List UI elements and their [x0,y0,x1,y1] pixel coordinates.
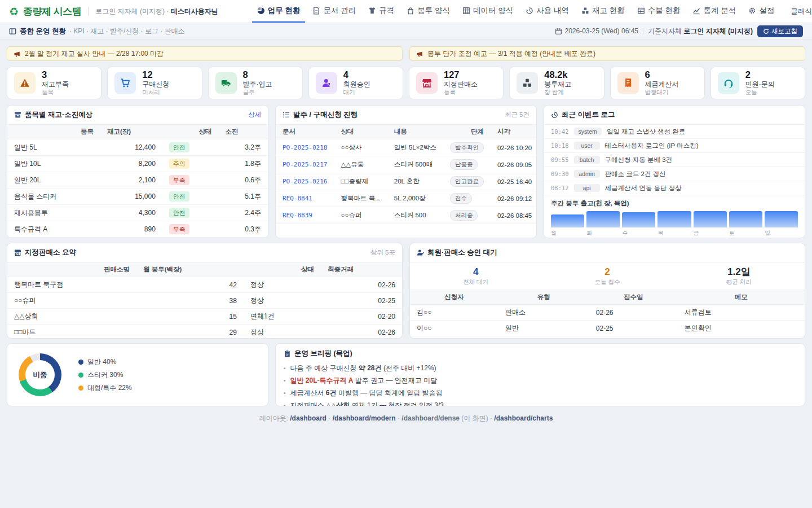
login-jurisdiction: 로그인 지자체 (미지정) · [95,7,169,15]
text-segment: 지정판매소 [290,401,326,407]
kpi-icon-box [517,72,538,94]
bullet: • [284,365,286,371]
text-segment: · [396,414,402,422]
nav-item[interactable]: 규격 [363,0,399,23]
nav-item[interactable]: 설정 [743,0,779,23]
cell-type: 일반 [498,321,589,336]
document-link[interactable]: REQ-8841 [283,195,312,202]
nav-item-label: 업무 현황 [268,6,301,16]
stock-detail-link[interactable]: 상세 [248,111,261,119]
status-badge: 안전 [169,208,189,218]
nav-item[interactable]: 봉투 양식 [401,0,455,23]
kpi-value: 48.2k [544,69,571,80]
cell-weeks-left: 2.4주 [218,205,268,221]
log-tag: admin [574,170,600,178]
bar-column: 월 [551,211,584,237]
cell-monthly-bags: 15 [136,309,244,325]
cell-seller-name: 행복마트 북구점 [7,277,136,293]
stock-panel-header: 품목별 재고·소진예상 상세 [7,106,268,125]
orders-panel: 발주 / 구매신청 진행 최근 5건 문서상대내용단계시각 PO-2025-02… [275,105,537,238]
cell-time: 02-26 10:20 [491,139,537,156]
kpi-text: 12 구매신청 미처리 [142,69,169,96]
log-time: 08:12 [551,185,569,191]
nav-item[interactable]: 데이터 양식 [457,0,518,23]
calendar-icon [555,28,562,35]
announcement-text: 2월 말 정기 재고 실사 안내 — 2/28 17:00 마감 [25,49,164,59]
nav-item-label: 수불 현황 [648,6,681,16]
briefing-text: 일반 20L·특수규격 A 발주 권고 — 안전재고 미달 [290,376,438,386]
cell-description: 5L 2,000장 [387,190,443,207]
cell-item-name: 음식물 스티커 [7,189,100,205]
nav-item[interactable]: 문서 관리 [307,0,361,23]
orders-panel-title: 발주 / 구매신청 진행 [293,110,358,120]
kpi-value: 3 [42,69,69,80]
log-time: 10:42 [551,128,569,135]
log-row: 09:30 admin 판매소 코드 2건 갱신 [544,167,805,181]
kpi-icon [321,78,332,88]
bar [622,212,655,227]
sellers-panel-header: 지정판매소 요약 상위 5곳 [7,243,402,262]
briefing-item: • 지정판매소 △△상회 연체 1건 — 현장 점검 일정 3/3 [284,399,797,406]
layout-switcher: 클래식모던차트 [787,7,812,16]
donut-center-label: 비중 [25,360,55,389]
nav-item-icon [526,7,533,15]
bullet: • [284,390,286,396]
status-badge: 안전 [169,191,189,202]
text-segment: 6건 [326,389,337,397]
document-link[interactable]: PO-2025-0217 [283,161,327,168]
footer-link[interactable]: /dashboard/modern [333,414,396,422]
store-icon [14,249,21,256]
refresh-button[interactable]: 새로고침 [757,25,803,37]
sellers-table: 판매소명월 봉투(백장)상태최종거래 행복마트 북구점 42 정상 02-26 … [7,262,402,339]
legend-dot [78,386,83,391]
cell-last-trade: 02-26 [321,277,402,293]
nav-item[interactable]: 사용 내역 [520,0,574,23]
main-nav: 업무 현황 문서 관리 규격 봉투 양식 데이터 양식 [252,0,780,23]
table-row: 특수규격 A 890 부족 0.3주 [7,221,268,238]
briefing-header: 운영 브리핑 (목업) [276,344,805,361]
bar-label: 금 [694,229,727,237]
seller-status: 연체1건 [250,312,275,320]
briefing-item: • 일반 20L·특수규격 A 발주 권고 — 안전재고 미달 [284,374,797,387]
document-link[interactable]: PO-2025-0216 [283,178,327,185]
layout-link[interactable]: 클래식 [787,7,812,16]
seller-status: 정상 [250,281,264,288]
footer-link[interactable]: /dashboard/charts [494,414,553,422]
dashboard-content: 2월 말 정기 재고 실사 안내 — 2/28 17:00 마감 봉투 단가 조… [0,40,812,430]
table-row: ○○슈퍼 38 정상 02-25 [7,293,402,309]
footer-link[interactable]: /dashboard [290,414,326,422]
bullet: • [284,402,286,407]
nav-item[interactable]: 업무 현황 [252,0,306,23]
bar-column: 수 [622,211,655,237]
cell-memo: 주소불일치 [678,336,805,339]
status-badge: 주의 [169,159,189,169]
cell-seller-name: △△상회 [7,309,136,325]
log-tag: batch [574,156,600,164]
column-header: 메모 [678,290,805,305]
text-segment: 다음 주 예상 구매신청 [290,364,359,372]
table-row: 이○○ 일반 02-25 본인확인 [410,321,805,336]
briefing-item: • 세금계산서 6건 미발행 — 담당 회계에 알림 발송됨 [284,387,797,399]
bar-column: 일 [765,211,798,237]
nav-item[interactable]: 수불 현황 [632,0,686,23]
text-segment: 약 28건 [359,364,382,372]
kpi-icon-box [718,72,739,94]
cell-monthly-bags: 29 [136,325,244,339]
nav-item-label: 봉투 양식 [417,6,450,16]
bar [657,211,691,227]
log-text: 세금계산서 연동 응답 정상 [605,184,682,192]
nav-item[interactable]: 재고 현황 [576,0,630,23]
seller-status: 정상 [250,328,264,336]
log-text: 판매소 코드 2건 갱신 [605,170,666,178]
table-row: PO-2025-0217 △△유통 스티커 500매 납품중 02-26 09:… [276,156,537,173]
text-segment: (이 화면) [460,414,488,422]
nav-item[interactable]: 통계 분석 [687,0,741,23]
log-tag: user [574,142,600,150]
document-link[interactable]: REQ-8839 [283,212,312,219]
stage-pill: 입고완료 [450,176,484,187]
announcement-banner: 봉투 단가 조정 예고 — 3/1 적용 예정 (안내문 배포 완료) [409,46,805,61]
log-row: 10:42 system 일일 재고 스냅샷 생성 완료 [544,125,805,139]
stat-label: 평균 처리 [673,278,805,286]
document-link[interactable]: PO-2025-0218 [283,144,327,151]
stat-value: 4 [410,266,541,278]
